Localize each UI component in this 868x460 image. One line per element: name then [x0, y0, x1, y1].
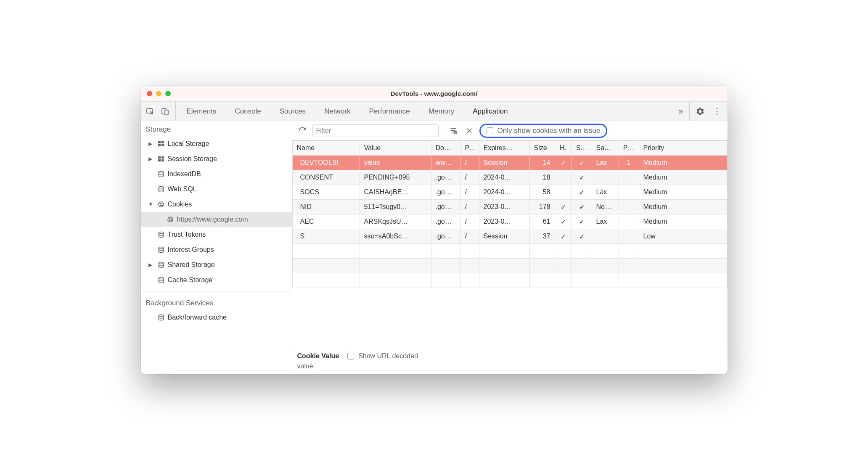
tree-item-label: Cookies: [168, 201, 192, 208]
cell-domain: .go…: [431, 214, 460, 229]
show-url-decoded-checkbox[interactable]: Show URL decoded: [347, 352, 418, 360]
tree-item-label: Back/forward cache: [168, 314, 227, 321]
cell-partition: [619, 214, 639, 229]
tree-item[interactable]: https://www.google.com: [141, 212, 292, 227]
tab-network[interactable]: Network: [315, 102, 360, 121]
sidebar: Storage ▶Local Storage▶Session StorageIn…: [141, 121, 292, 374]
checkbox-icon: [347, 353, 354, 360]
cell-size: 18: [529, 170, 555, 185]
cell-priority: Medium: [639, 156, 727, 170]
cell-value: value: [360, 156, 431, 170]
tree-item[interactable]: ▶Local Storage: [141, 136, 292, 151]
cell-secure: ✓: [572, 229, 592, 244]
cell-secure: ✓: [572, 185, 592, 200]
cell-domain: .go…: [431, 229, 460, 244]
column-header[interactable]: P…: [460, 141, 479, 156]
column-header[interactable]: Priority: [639, 141, 727, 156]
only-issues-checkbox[interactable]: Only show cookies with an issue: [479, 124, 608, 138]
more-button[interactable]: ⋮: [710, 106, 724, 117]
checkbox-icon: [487, 127, 493, 134]
chevron-right-icon: ▶: [148, 141, 154, 147]
column-header[interactable]: Value: [360, 141, 431, 156]
tab-memory[interactable]: Memory: [419, 102, 463, 121]
table-row[interactable]: AECARSKqsJsU….go…/2023-0…61✓✓LaxMedium: [292, 214, 727, 229]
clear-filter-icon[interactable]: [447, 125, 459, 137]
cell-path: /: [460, 185, 479, 200]
tree-item[interactable]: IndexedDB: [141, 167, 292, 182]
cell-value: sso=sA0bSc…: [360, 229, 431, 244]
cell-http: [555, 185, 572, 200]
svg-point-26: [159, 278, 163, 279]
device-toggle-icon[interactable]: [159, 107, 171, 116]
tab-elements[interactable]: Elements: [177, 102, 226, 121]
table-row[interactable]: DEVTOOLS!valueww…/Session14✓✓Lax1Medium: [292, 156, 727, 170]
svg-rect-2: [165, 110, 168, 115]
tabs-overflow-button[interactable]: »: [672, 102, 689, 121]
table-row[interactable]: NID511=Tsugv0….go…/2023-0…178✓✓No…Medium: [292, 200, 727, 214]
filter-input[interactable]: [312, 124, 439, 137]
minimize-window-button[interactable]: [156, 91, 161, 96]
cell-name: AEC: [292, 214, 360, 229]
tab-sources[interactable]: Sources: [270, 102, 315, 121]
tab-console[interactable]: Console: [225, 102, 270, 121]
cookies-table[interactable]: NameValueDo…P…Expires…SizeH.S…Sa…P…Prior…: [292, 140, 728, 348]
tree-item[interactable]: Web SQL: [141, 182, 292, 197]
column-header[interactable]: Name: [292, 141, 360, 156]
svg-point-13: [159, 202, 164, 207]
cookie-detail-panel: Cookie Value Show URL decoded value: [292, 348, 728, 374]
refresh-button[interactable]: [296, 125, 308, 137]
svg-rect-3: [158, 141, 161, 143]
cell-samesite: No…: [592, 200, 619, 214]
tree-item[interactable]: Cache Storage: [141, 272, 292, 288]
chevron-down-icon: ▼: [148, 201, 154, 207]
column-header[interactable]: H.: [555, 141, 572, 156]
tab-application[interactable]: Application: [463, 102, 517, 121]
table-row[interactable]: SOCSCAISHAgBE….go…/2024-0…58✓LaxMedium: [292, 185, 727, 200]
tree-item[interactable]: ▶Session Storage: [141, 151, 292, 167]
inspect-icon[interactable]: [144, 107, 156, 116]
tree-item-label: Session Storage: [168, 155, 217, 163]
clear-all-icon[interactable]: [463, 125, 475, 137]
cookie-value-label: Cookie Value: [297, 352, 339, 360]
tree-item[interactable]: ▼Cookies: [141, 197, 292, 212]
db-icon: [157, 277, 165, 283]
column-header[interactable]: P…: [619, 141, 639, 156]
cell-path: /: [460, 214, 479, 229]
table-row-empty: [292, 273, 727, 288]
column-header[interactable]: Do…: [431, 141, 460, 156]
svg-point-17: [161, 205, 162, 206]
storage-section-header: Storage: [141, 121, 292, 136]
cell-samesite: Lax: [592, 214, 619, 229]
svg-point-15: [161, 204, 162, 204]
panel-tabbar: ElementsConsoleSourcesNetworkPerformance…: [141, 102, 728, 121]
svg-point-14: [160, 203, 161, 204]
cell-path: /: [460, 170, 479, 185]
tree-item[interactable]: Trust Tokens: [141, 227, 292, 242]
close-window-button[interactable]: [147, 91, 152, 96]
svg-rect-7: [158, 156, 161, 159]
column-header[interactable]: Sa…: [592, 141, 619, 156]
tree-item[interactable]: Interest Groups: [141, 242, 292, 257]
column-header[interactable]: Expires…: [479, 141, 529, 156]
db-icon: [157, 186, 165, 193]
separator: [443, 125, 443, 136]
only-issues-label: Only show cookies with an issue: [498, 127, 601, 135]
tree-item[interactable]: ▶Shared Storage: [141, 257, 292, 272]
svg-point-23: [159, 232, 163, 234]
tree-item[interactable]: Back/forward cache: [141, 310, 292, 325]
tree-item-label: Local Storage: [168, 140, 209, 148]
table-row[interactable]: CONSENTPENDING+095.go…/2024-0…18✓Medium: [292, 170, 727, 185]
tree-item-label: Interest Groups: [168, 246, 214, 254]
tab-performance[interactable]: Performance: [360, 102, 419, 121]
cell-size: 58: [529, 185, 555, 200]
cell-priority: Medium: [639, 170, 727, 185]
cell-value: PENDING+095: [360, 170, 431, 185]
column-header[interactable]: S…: [572, 141, 592, 156]
column-header[interactable]: Size: [529, 141, 555, 156]
zoom-window-button[interactable]: [165, 91, 171, 96]
settings-button[interactable]: [693, 107, 707, 116]
cell-expires: 2023-0…: [479, 214, 529, 229]
table-row[interactable]: Ssso=sA0bSc….go…/Session37✓✓Low: [292, 229, 727, 244]
svg-point-11: [159, 172, 163, 173]
cell-secure: ✓: [572, 170, 592, 185]
